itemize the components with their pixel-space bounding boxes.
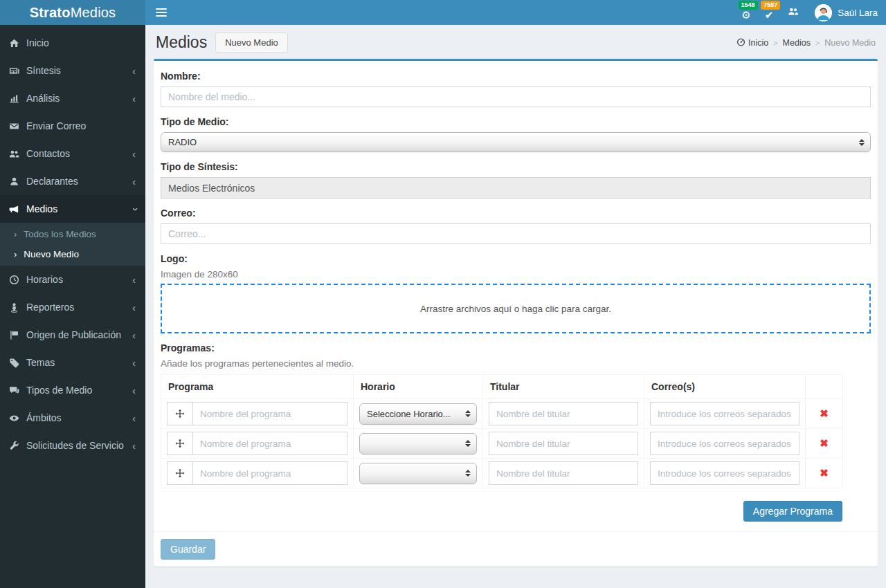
delete-row-button[interactable]: ✖ <box>820 407 829 419</box>
sidebar-item-solicitudes-de-servicio[interactable]: Solicitudes de Servicio ‹ <box>0 432 145 459</box>
programa-row: ✖ <box>161 429 843 459</box>
sidebar-item-inicio[interactable]: Inicio <box>0 29 145 57</box>
reporter-icon <box>9 302 26 313</box>
titular-input[interactable] <box>489 432 638 455</box>
dashboard-icon <box>736 37 745 48</box>
tipo-sintesis-select: Medios Electrónicos <box>161 177 871 199</box>
select-stepper-icon <box>859 139 865 146</box>
sidebar-item-sintesis[interactable]: Síntesis ‹ <box>0 57 145 84</box>
move-handle[interactable] <box>167 402 192 425</box>
breadcrumb-separator: > <box>773 39 777 47</box>
breadcrumb: Inicio > Medios > Nuevo Medio <box>736 37 876 48</box>
move-handle[interactable] <box>167 461 192 485</box>
tipo-medio-select[interactable]: RADIO <box>161 132 871 152</box>
page-title: Medios <box>156 33 207 52</box>
user-avatar[interactable] <box>815 4 832 21</box>
correo-input[interactable] <box>161 223 871 244</box>
chevron-left-icon: ‹ <box>132 176 136 187</box>
col-header-titular: Titular <box>483 375 644 399</box>
user-name[interactable]: Saúl Lara <box>838 8 878 18</box>
chevron-left-icon: ‹ <box>132 330 136 340</box>
sidebar-item-origen-de-publicacion[interactable]: Origen de Publicación ‹ <box>0 321 145 349</box>
add-row-container: Agregar Programa <box>161 501 842 522</box>
correos-input[interactable] <box>650 402 799 425</box>
main-content: Medios Nuevo Medio Inicio > Medios > Nue… <box>145 0 886 567</box>
sidebar-item-tipos-de-medio[interactable]: Tipos de Medio ‹ <box>0 376 145 404</box>
chevron-down-icon: ‹ <box>129 208 139 211</box>
select-stepper-icon <box>465 410 471 417</box>
programas-hint: Añade los programas pertenecientes al me… <box>161 358 871 369</box>
programa-row: ✖ <box>161 459 843 488</box>
breadcrumb-medios[interactable]: Medios <box>783 38 811 48</box>
user-icon <box>9 176 26 187</box>
programa-input[interactable] <box>192 432 347 455</box>
guardar-button[interactable]: Guardar <box>161 539 215 560</box>
move-icon <box>175 439 185 448</box>
megaphone-icon <box>9 204 26 214</box>
select-stepper-icon <box>465 440 471 447</box>
sidebar-item-analisis[interactable]: Análisis ‹ <box>0 84 145 112</box>
sidebar-item-declarantes[interactable]: Declarantes ‹ <box>0 167 145 195</box>
app-logo[interactable]: StratoMedios <box>0 0 145 25</box>
sidebar-item-horarios[interactable]: Horarios ‹ <box>0 266 145 293</box>
settings-menu-button[interactable]: ⚙ 1548 <box>734 0 757 25</box>
nombre-input[interactable] <box>161 86 871 107</box>
users-icon <box>787 6 799 19</box>
move-icon <box>175 409 185 419</box>
eye-icon <box>9 413 26 423</box>
navbar-right: ⚙ 1548 ✔ 7587 Saúl Lara <box>734 0 886 25</box>
top-navbar: StratoMedios ⚙ 1548 ✔ 7587 Saúl Lara <box>0 0 886 25</box>
logo-dropzone[interactable]: Arrastre archivos aquí o haga clic para … <box>161 284 871 333</box>
horario-select[interactable] <box>359 433 477 454</box>
contacts-menu-button[interactable] <box>780 0 806 25</box>
sidebar-item-reporteros[interactable]: Reporteros ‹ <box>0 293 145 321</box>
newspaper-icon <box>9 66 26 76</box>
wrench-icon <box>9 441 26 451</box>
titular-input[interactable] <box>489 461 638 485</box>
envelope-icon <box>9 121 26 131</box>
col-header-actions <box>806 375 843 399</box>
programa-input[interactable] <box>192 461 347 485</box>
sidebar-item-contactos[interactable]: Contactos ‹ <box>0 140 145 167</box>
horario-select[interactable]: Seleccione Horario... <box>359 403 477 425</box>
tags-icon <box>9 358 26 368</box>
programa-input[interactable] <box>192 402 347 425</box>
breadcrumb-separator: > <box>815 39 820 47</box>
comments-icon <box>9 385 26 396</box>
sidebar-item-ambitos[interactable]: Ámbitos ‹ <box>0 404 145 432</box>
gear-icon: ⚙ <box>741 10 750 20</box>
sidebar-item-medios[interactable]: Medios ‹ <box>0 195 145 223</box>
sidebar-toggle-button[interactable] <box>145 0 177 25</box>
titular-input[interactable] <box>489 402 638 425</box>
chevron-left-icon: ‹ <box>132 149 136 159</box>
hamburger-icon <box>156 8 167 10</box>
correos-input[interactable] <box>650 461 799 485</box>
flag-icon <box>9 330 26 340</box>
delete-row-button[interactable]: ✖ <box>820 467 829 479</box>
angle-right-icon: › <box>14 229 17 239</box>
move-handle[interactable] <box>167 432 192 455</box>
breadcrumb-inicio[interactable]: Inicio <box>736 37 768 48</box>
col-header-programa: Programa <box>161 375 354 399</box>
sidebar-item-temas[interactable]: Temas ‹ <box>0 349 145 376</box>
programas-table: Programa Horario Titular Correo(s) <box>161 374 843 488</box>
sidebar-subitem-todos-los-medios[interactable]: › Todos los Medios <box>0 224 145 244</box>
logo-hint: Imagen de 280x60 <box>161 269 871 279</box>
nuevo-medio-form-box: Nombre: Tipo de Medio: RADIO Tipo de Sín… <box>154 59 878 567</box>
nuevo-medio-button[interactable]: Nuevo Medio <box>215 33 288 53</box>
tasks-menu-button[interactable]: ✔ 7587 <box>758 0 781 25</box>
sidebar-subitem-nuevo-medio[interactable]: › Nuevo Medio <box>0 244 145 264</box>
logo-label: Logo: <box>161 253 871 264</box>
correos-input[interactable] <box>650 432 799 455</box>
check-icon: ✔ <box>765 10 774 20</box>
breadcrumb-current: Nuevo Medio <box>824 38 876 48</box>
horario-select[interactable] <box>359 463 477 484</box>
agregar-programa-button[interactable]: Agregar Programa <box>743 501 842 522</box>
medios-submenu: › Todos los Medios › Nuevo Medio <box>0 223 145 266</box>
chevron-left-icon: ‹ <box>132 413 136 423</box>
sidebar-item-enviar-correo[interactable]: Enviar Correo <box>0 112 145 140</box>
sidebar: Inicio Síntesis ‹ Análisis ‹ Enviar Corr… <box>0 25 145 588</box>
delete-row-button[interactable]: ✖ <box>820 437 829 449</box>
chevron-left-icon: ‹ <box>132 93 136 104</box>
chevron-left-icon: ‹ <box>132 275 136 285</box>
